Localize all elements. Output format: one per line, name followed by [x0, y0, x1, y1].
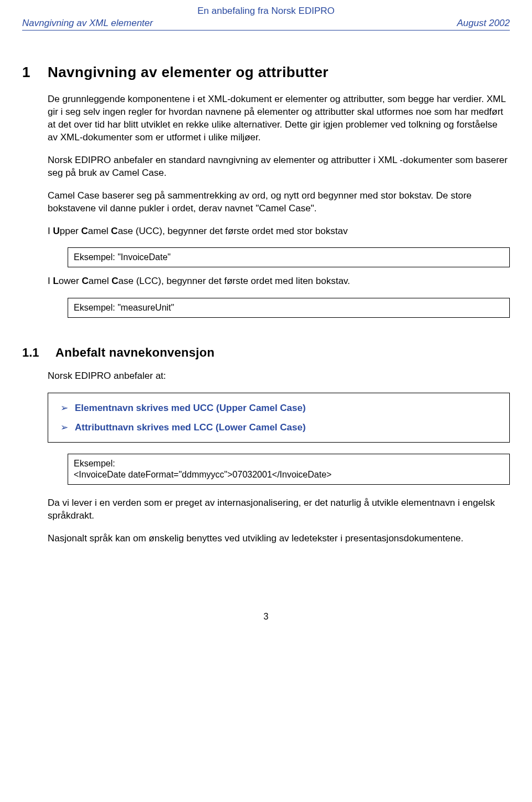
recommendation-text: Elementnavn skrives med UCC (Upper Camel…: [75, 403, 306, 414]
example-box-lcc: Eksempel: "measureUnit": [68, 298, 510, 318]
paragraph: De grunnleggende komponentene i et XML-d…: [48, 93, 510, 144]
example-box-code: Eksempel: <InvoiceDate dateFormat="ddmmy…: [68, 454, 510, 485]
document-page: En anbefaling fra Norsk EDIPRO Navngivni…: [0, 0, 532, 644]
example-text: Eksempel: "measureUnit": [74, 303, 174, 312]
section-1-number: 1: [22, 64, 48, 81]
paragraph: Nasjonalt språk kan om ønskelig benyttes…: [48, 532, 510, 545]
section-1-1-body: Norsk EDIPRO anbefaler at: ➢ Elementnavn…: [48, 370, 510, 545]
example-label: Eksempel:: [74, 459, 504, 469]
header-left: Navngivning av XML elementer: [22, 18, 153, 29]
paragraph-lcc: I Lower Camel Case (LCC), begynner det f…: [48, 275, 510, 288]
section-1-body: De grunnleggende komponentene i et XML-d…: [48, 93, 510, 318]
header-right: August 2002: [457, 18, 510, 29]
paragraph: Camel Case baserer seg på sammentrekking…: [48, 190, 510, 215]
paragraph-ucc: I Upper Camel Case (UCC), begynner det f…: [48, 225, 510, 238]
example-box-ucc: Eksempel: "InvoiceDate": [68, 247, 510, 267]
arrow-icon: ➢: [60, 422, 75, 433]
section-1-1-number: 1.1: [22, 346, 55, 360]
arrow-icon: ➢: [60, 402, 75, 414]
section-1-1-title: Anbefalt navnekonvensjon: [55, 346, 214, 360]
recommendation-item: ➢ Elementnavn skrives med UCC (Upper Cam…: [60, 402, 504, 414]
section-1-1-heading: 1.1 Anbefalt navnekonvensjon: [22, 346, 510, 360]
paragraph: Norsk EDIPRO anbefaler at:: [48, 370, 510, 383]
paragraph: Da vi lever i en verden som er preget av…: [48, 497, 510, 522]
section-1-title: Navngivning av elementer og attributter: [48, 64, 329, 81]
header-row: Navngivning av XML elementer August 2002: [22, 18, 510, 31]
example-text: Eksempel: "InvoiceDate": [74, 252, 171, 262]
header-top: En anbefaling fra Norsk EDIPRO: [22, 6, 510, 17]
recommendation-item: ➢ Attributtnavn skrives med LCC (Lower C…: [60, 422, 504, 433]
recommendation-text: Attributtnavn skrives med LCC (Lower Cam…: [75, 422, 306, 433]
page-number: 3: [22, 612, 510, 622]
section-1-heading: 1 Navngivning av elementer og attributte…: [22, 64, 510, 81]
paragraph: Norsk EDIPRO anbefaler en standard navng…: [48, 154, 510, 180]
example-code: <InvoiceDate dateFormat="ddmmyycc">07032…: [74, 470, 504, 480]
recommendation-box: ➢ Elementnavn skrives med UCC (Upper Cam…: [48, 393, 510, 443]
